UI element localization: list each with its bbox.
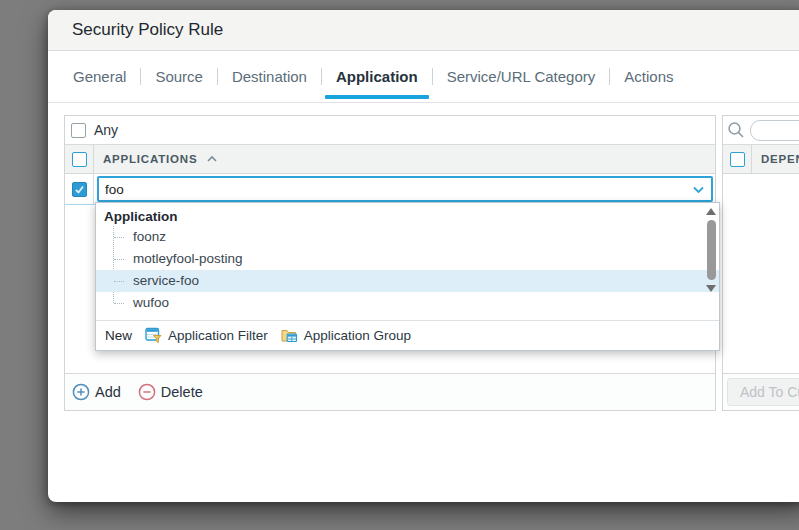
depends-on-header-row: DEPENDS ON <box>723 145 799 174</box>
any-row: Any <box>65 116 715 145</box>
scrollbar-thumb[interactable] <box>707 220 716 280</box>
application-row <box>65 174 715 205</box>
search-icon <box>726 120 746 140</box>
application-combobox[interactable] <box>97 176 713 202</box>
applications-column-header: APPLICATIONS <box>103 153 197 165</box>
application-filter-icon <box>145 327 162 344</box>
row-checkbox[interactable] <box>72 182 87 197</box>
depends-on-footer: Add To Current Rule <box>723 373 799 410</box>
tab-separator <box>432 68 433 85</box>
add-to-current-rule-button[interactable]: Add To Current Rule <box>727 378 799 406</box>
sort-ascending-icon[interactable] <box>205 152 219 166</box>
screen-background: Security Policy Rule General Source Dest… <box>0 0 799 530</box>
dropdown-item-motleyfool-posting[interactable]: motleyfool-posting <box>96 248 719 270</box>
search-row <box>723 116 799 145</box>
tab-source[interactable]: Source <box>144 51 214 102</box>
dropdown-footer: New Application Filter <box>96 320 719 350</box>
application-group-icon <box>281 327 298 344</box>
plus-circle-icon <box>72 383 90 401</box>
minus-circle-icon <box>138 383 156 401</box>
dropdown-group-label: Application <box>96 207 719 226</box>
tab-service-url-category[interactable]: Service/URL Category <box>436 51 607 102</box>
any-label: Any <box>94 122 118 138</box>
delete-button[interactable]: Delete <box>138 383 203 401</box>
applications-header-row: APPLICATIONS <box>65 145 715 174</box>
add-button[interactable]: Add <box>72 383 121 401</box>
depends-on-panel: DEPENDS ON Add To Current Rule <box>722 115 799 411</box>
application-dropdown: Application foonz motleyfool-posting ser… <box>95 202 720 351</box>
scroll-down-icon[interactable] <box>706 285 716 292</box>
new-application-group-button[interactable]: Application Group <box>281 327 411 344</box>
dropdown-list: Application foonz motleyfool-posting ser… <box>96 203 719 320</box>
tab-separator <box>140 68 141 85</box>
depends-select-all-checkbox[interactable] <box>730 152 745 167</box>
tab-actions[interactable]: Actions <box>613 51 684 102</box>
check-icon <box>74 184 85 195</box>
scroll-up-icon[interactable] <box>706 208 716 215</box>
search-input[interactable] <box>750 120 799 141</box>
tab-general[interactable]: General <box>62 51 137 102</box>
tab-separator <box>609 68 610 85</box>
dialog-titlebar: Security Policy Rule <box>48 10 799 51</box>
new-label: New <box>105 328 132 343</box>
any-checkbox[interactable] <box>71 123 86 138</box>
dropdown-item-service-foo[interactable]: service-foo <box>96 270 719 292</box>
tab-bar: General Source Destination Application S… <box>48 51 799 103</box>
tab-separator <box>321 68 322 85</box>
select-all-checkbox[interactable] <box>72 152 87 167</box>
new-application-filter-button[interactable]: Application Filter <box>145 327 268 344</box>
security-policy-rule-dialog: Security Policy Rule General Source Dest… <box>48 10 799 502</box>
depends-on-column-header: DEPENDS ON <box>761 153 799 165</box>
application-value-input[interactable] <box>99 182 685 197</box>
tab-destination[interactable]: Destination <box>221 51 318 102</box>
dropdown-item-wufoo[interactable]: wufoo <box>96 292 719 314</box>
dialog-title: Security Policy Rule <box>72 20 223 40</box>
applications-footer: Add Delete <box>65 373 715 410</box>
combobox-dropdown-icon[interactable] <box>685 182 711 197</box>
dropdown-scrollbar[interactable] <box>705 208 717 313</box>
tab-separator <box>217 68 218 85</box>
dropdown-item-foonz[interactable]: foonz <box>96 226 719 248</box>
tab-application[interactable]: Application <box>325 51 429 102</box>
